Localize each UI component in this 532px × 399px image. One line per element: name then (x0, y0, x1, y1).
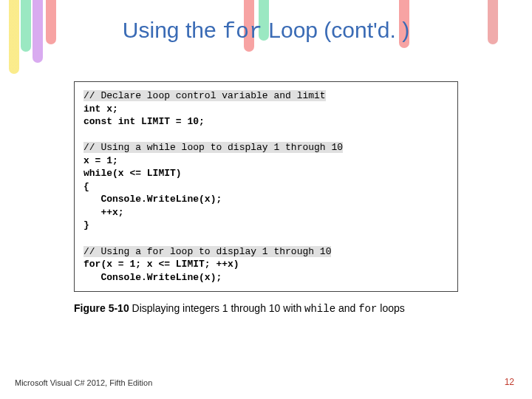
code-comment: // Declare loop control variable and lim… (83, 90, 326, 101)
code-line: x = 1; (83, 155, 118, 166)
slide-title: Using the for Loop (cont'd. ) (0, 0, 532, 44)
caption-text: and (335, 302, 358, 314)
code-line: Console.WriteLine(x); (83, 194, 222, 205)
code-line: { (83, 181, 89, 192)
caption-text: Displaying integers 1 through 10 with (129, 302, 304, 314)
figure-label: Figure 5-10 (74, 302, 129, 314)
caption-text: loops (377, 302, 404, 314)
figure: // Declare loop control variable and lim… (74, 81, 458, 315)
code-comment: // Using a for loop to display 1 through… (83, 246, 331, 257)
code-line: } (83, 219, 89, 231)
title-suffix: Loop (cont'd. ) (262, 18, 409, 42)
title-prefix: Using the (123, 18, 222, 42)
footer-book-title: Microsoft Visual C# 2012, Fifth Edition (15, 378, 152, 387)
caption-mono: while (304, 303, 335, 315)
code-line: for(x = 1; x <= LIMIT; ++x) (83, 259, 239, 270)
page-number: 12 (505, 377, 514, 387)
title-mono: for (222, 19, 262, 44)
code-line: const int LIMIT = 10; (83, 116, 205, 127)
code-line: Console.WriteLine(x); (83, 272, 222, 283)
figure-caption: Figure 5-10 Displaying integers 1 throug… (74, 302, 458, 315)
code-listing: // Declare loop control variable and lim… (74, 81, 458, 292)
caption-mono: for (358, 303, 377, 315)
code-line: int x; (83, 103, 118, 115)
code-line: while(x <= LIMIT) (83, 168, 182, 179)
code-line: ++x; (83, 207, 124, 218)
code-comment: // Using a while loop to display 1 throu… (83, 142, 343, 153)
